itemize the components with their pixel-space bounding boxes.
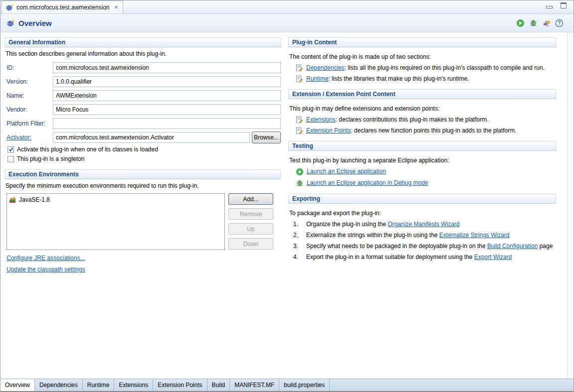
launch-eclipse-debug-link[interactable]: Launch an Eclipse application in Debug m… [307,179,428,186]
execution-environments-description: Specify the minimum execution environmen… [5,182,280,189]
activator-row: Activator: Browse... [6,132,281,143]
activate-checkbox[interactable] [7,146,14,153]
jre-library-icon [9,196,16,203]
general-information-description: This section describes general informati… [5,50,280,57]
tab-overview[interactable]: Overview [0,379,35,391]
editor-tab-manifest[interactable]: com.microfocus.test.awmextension ✕ [1,0,123,13]
exporting-section: Exporting To package and export the plug… [288,194,556,261]
id-input[interactable] [53,62,281,73]
step-text: Externalize the strings within the plug-… [306,232,439,239]
plugin-content-header: Plug-in Content [288,37,556,47]
export-step-3: 3. Specify what needs to be packaged in … [293,243,556,250]
activator-input[interactable] [53,132,250,143]
tab-build-properties[interactable]: build.properties [279,379,330,391]
execution-environment-list: JavaSE-1.8 [6,193,225,250]
vendor-input[interactable] [53,104,281,115]
runtime-text: : lists the libraries that make up this … [329,75,469,82]
build-configuration-link[interactable]: Build Configuration [487,243,538,250]
page-edit-icon [296,64,303,72]
organize-manifests-link[interactable]: Organize Manifests Wizard [387,221,459,228]
up-button[interactable]: Up [228,223,273,235]
tab-build[interactable]: Build [207,379,230,391]
execution-environments-body: JavaSE-1.8 Add... Remove Up Down [6,193,281,250]
tab-close-icon[interactable]: ✕ [114,5,118,10]
runtime-link[interactable]: Runtime [306,75,329,82]
platform-filter-label: Platform Filter: [6,120,53,127]
runtime-bullet: Runtime: lists the libraries that make u… [296,75,556,83]
eclipse-editor-window: com.microfocus.test.awmextension ✕ Overv… [0,0,574,392]
id-label: ID: [6,64,53,71]
testing-section: Testing Test this plug-in by launching a… [288,141,556,187]
testing-intro: Test this plug-in by launching a separat… [289,157,555,164]
execution-environment-buttons: Add... Remove Up Down [228,193,273,250]
page-tab-bar: Overview Dependencies Runtime Extensions… [0,379,574,391]
export-wizard-icon[interactable] [542,19,551,27]
extension-content-intro: This plug-in may define extensions and e… [289,105,555,112]
tab-manifest-mf[interactable]: MANIFEST.MF [230,379,279,391]
run-icon[interactable] [516,19,525,27]
id-row: ID: [6,62,281,73]
tab-extensions[interactable]: Extensions [114,379,153,391]
list-item[interactable]: JavaSE-1.8 [9,195,222,204]
tab-runtime[interactable]: Runtime [83,379,115,391]
launch-debug-bullet: Launch an Eclipse application in Debug m… [296,179,556,187]
dependencies-bullet: Dependencies: lists all the plug-ins req… [296,64,556,72]
testing-header: Testing [288,141,556,151]
extensions-text: : declares contributions this plug-in ma… [336,116,489,123]
tab-extension-points[interactable]: Extension Points [153,379,207,391]
help-icon[interactable] [555,19,564,27]
vertical-scrollbar[interactable] [567,32,574,379]
step-text: page [538,243,553,250]
version-input[interactable] [53,76,281,87]
plugin-content-section: Plug-in Content The content of the plug-… [288,37,556,83]
singleton-checkbox[interactable] [7,156,14,162]
export-wizard-link[interactable]: Export Wizard [474,254,512,261]
name-input[interactable] [53,90,281,101]
tab-dependencies[interactable]: Dependencies [35,379,83,391]
page-edit-icon [296,75,303,83]
form-header: Overview [0,14,574,32]
launch-bullet: Launch an Eclipse application [296,168,556,176]
extension-content-header: Extension / Extension Point Content [288,89,556,99]
singleton-checkbox-label: This plug-in is a singleton [17,155,84,162]
step-text: Export the plug-in in a format suitable … [306,254,474,261]
browse-button[interactable]: Browse... [252,131,281,143]
maximize-icon[interactable] [561,2,567,8]
activator-link[interactable]: Activator: [6,134,53,141]
extension-points-link[interactable]: Extension Points [306,127,351,134]
debug-icon[interactable] [529,19,538,27]
extension-points-text: : declares new function points this plug… [351,127,516,134]
platform-filter-input[interactable] [53,118,281,129]
launch-eclipse-link[interactable]: Launch an Eclipse application [307,168,386,175]
overview-page-body: General Information This section describ… [0,32,574,379]
remove-button[interactable]: Remove [228,208,273,220]
page-edit-icon [296,127,303,134]
extension-points-bullet: Extension Points: declares new function … [296,127,556,134]
export-step-1: 1. Organize the plug-in using the Organi… [293,221,556,228]
configure-jre-link[interactable]: Configure JRE associations... [6,255,85,261]
list-item-label: JavaSE-1.8 [19,196,50,203]
down-button[interactable]: Down [228,238,273,250]
add-button[interactable]: Add... [228,193,273,205]
extensions-link[interactable]: Extensions [306,116,336,123]
minimize-icon[interactable] [546,6,553,8]
plugin-content-intro: The content of the plug-in is made up of… [289,53,555,60]
page-edit-icon [296,116,303,124]
name-row: Name: [6,90,281,101]
header-toolbar [516,19,564,27]
name-label: Name: [6,92,53,99]
view-controls [546,2,567,8]
update-classpath-link[interactable]: Update the classpath settings [6,266,85,273]
dependencies-link[interactable]: Dependencies [306,64,345,71]
plugin-icon [6,19,15,27]
externalize-strings-link[interactable]: Externalize Strings Wizard [439,232,510,239]
right-column: Plug-in Content The content of the plug-… [281,32,556,379]
debug-icon [296,179,304,187]
general-information-header: General Information [4,37,281,47]
activate-checkbox-label: Activate this plug-in when one of its cl… [17,146,158,153]
export-step-2: 2. Externalize the strings within the pl… [293,232,556,239]
step-text: Organize the plug-in using the [306,221,387,228]
exporting-intro: To package and export the plug-in: [289,210,555,217]
execution-environments-header: Execution Environments [4,169,281,179]
step-text: Specify what needs to be packaged in the… [306,243,487,250]
